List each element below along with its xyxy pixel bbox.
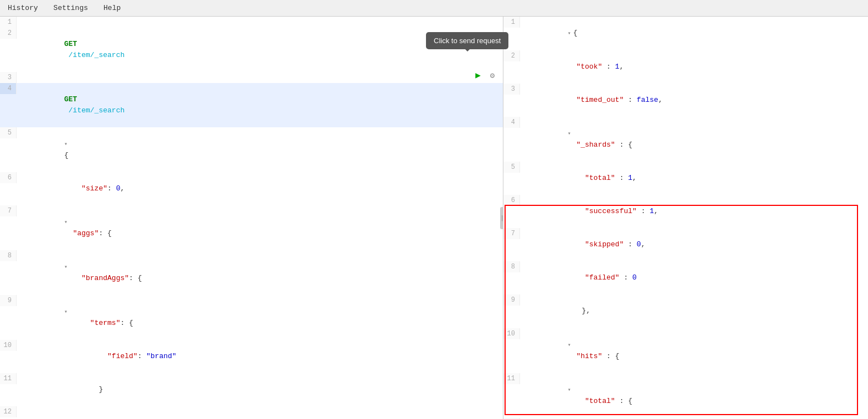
menubar: History Settings Help bbox=[0, 0, 868, 17]
line-content-9: "terms": { bbox=[17, 295, 503, 340]
editor-line-4: 4 GET /item/_search bbox=[0, 83, 503, 127]
resp-line-7: 7 "skipped" : 0, bbox=[503, 228, 868, 261]
resp-content-6: "successful" : 1, bbox=[520, 195, 868, 228]
resp-line-11: 11 "total" : { bbox=[503, 373, 868, 418]
resp-line-2: 2 "took" : 1, bbox=[503, 50, 868, 84]
resp-content-2: "took" : 1, bbox=[520, 50, 868, 84]
line-num-2: 2 bbox=[0, 28, 17, 39]
editor-line-11: 11 } bbox=[0, 373, 503, 406]
line-num-8: 8 bbox=[0, 250, 17, 261]
resp-content-5: "total" : 1, bbox=[520, 162, 868, 195]
resp-num-10: 10 bbox=[503, 328, 520, 339]
tooltip: Click to send request bbox=[426, 32, 508, 49]
line-content-5: { bbox=[17, 127, 503, 172]
line-content-8: "brandAggs": { bbox=[17, 250, 503, 295]
resp-num-3: 3 bbox=[503, 84, 520, 95]
line-content-7: "aggs": { bbox=[17, 205, 503, 250]
resp-num-8: 8 bbox=[503, 261, 520, 272]
resp-line-1: 1 { bbox=[503, 17, 868, 50]
resp-num-4: 4 bbox=[503, 117, 520, 128]
line-content-4: GET /item/_search bbox=[17, 83, 503, 127]
editor-line-7: 7 "aggs": { bbox=[0, 205, 503, 250]
line-num-4: 4 bbox=[0, 83, 17, 94]
resp-content-8: "failed" : 0 bbox=[520, 261, 868, 294]
method-get: GET bbox=[64, 40, 77, 48]
line-content-10: "field": "brand" bbox=[17, 340, 503, 373]
fold-arrow-8[interactable] bbox=[64, 262, 70, 273]
fold-arrow-9[interactable] bbox=[64, 307, 70, 318]
resp-num-7: 7 bbox=[503, 228, 520, 239]
line-num-6: 6 bbox=[0, 172, 17, 183]
resp-num-2: 2 bbox=[503, 50, 520, 61]
right-response-panel[interactable]: 1 { 2 "took" : 1, 3 "timed_out" : false, bbox=[503, 17, 868, 419]
menu-history[interactable]: History bbox=[4, 3, 41, 13]
editor-line-10: 10 "field": "brand" bbox=[0, 340, 503, 373]
editor-line-5: 5 { bbox=[0, 127, 503, 172]
resp-line-3: 3 "timed_out" : false, bbox=[503, 84, 868, 117]
editor-line-6: 6 "size": 0, bbox=[0, 172, 503, 205]
editor-line-1: 1 bbox=[0, 17, 503, 28]
line-content-11: } bbox=[17, 373, 503, 406]
resp-line-4: 4 "_shards" : { bbox=[503, 117, 868, 162]
line-content-12: } bbox=[17, 406, 503, 419]
resp-line-9: 9 }, bbox=[503, 294, 868, 328]
main-layout: 1 2 GET /item/_search 3 4 GET bbox=[0, 17, 868, 419]
line-num-9: 9 bbox=[0, 295, 17, 306]
fold-arrow-5[interactable] bbox=[64, 139, 70, 150]
resp-line-5: 5 "total" : 1, bbox=[503, 162, 868, 195]
fold-resp-1[interactable] bbox=[568, 28, 573, 39]
line-num-12: 12 bbox=[0, 406, 17, 417]
resp-content-7: "skipped" : 0, bbox=[520, 228, 868, 261]
editor-toolbar: ▶ ⚙ bbox=[472, 69, 498, 81]
line-num-11: 11 bbox=[0, 373, 17, 384]
fold-resp-11[interactable] bbox=[568, 385, 573, 396]
resp-num-9: 9 bbox=[503, 294, 520, 306]
fold-resp-10[interactable] bbox=[568, 340, 573, 351]
line-num-7: 7 bbox=[0, 205, 17, 216]
resp-content-10: "hits" : { bbox=[520, 328, 868, 373]
menu-help[interactable]: Help bbox=[100, 3, 124, 13]
resp-content-4: "_shards" : { bbox=[520, 117, 868, 162]
resp-num-11: 11 bbox=[503, 373, 520, 384]
editor-line-8: 8 "brandAggs": { bbox=[0, 250, 503, 295]
editor-line-12: 12 } bbox=[0, 406, 503, 419]
line-content-6: "size": 0, bbox=[17, 172, 503, 205]
resp-num-6: 6 bbox=[503, 195, 520, 206]
fold-resp-4[interactable] bbox=[568, 128, 573, 139]
editor-code-area[interactable]: 1 2 GET /item/_search 3 4 GET bbox=[0, 17, 503, 419]
resp-num-1: 1 bbox=[503, 17, 520, 28]
url-path: /item/_search bbox=[64, 51, 124, 59]
resp-content-3: "timed_out" : false, bbox=[520, 84, 868, 117]
line-num-3: 3 bbox=[0, 72, 17, 83]
settings-button[interactable]: ⚙ bbox=[486, 69, 498, 81]
editor-line-9: 9 "terms": { bbox=[0, 295, 503, 340]
left-editor-panel: 1 2 GET /item/_search 3 4 GET bbox=[0, 17, 503, 419]
resp-content-11: "total" : { bbox=[520, 373, 868, 418]
line-num-5: 5 bbox=[0, 127, 17, 138]
editor-line-3: 3 bbox=[0, 72, 503, 83]
line-num-10: 10 bbox=[0, 340, 17, 351]
send-request-button[interactable]: ▶ bbox=[472, 69, 484, 81]
resp-line-8: 8 "failed" : 0 bbox=[503, 261, 868, 294]
resp-num-5: 5 bbox=[503, 162, 520, 173]
resp-content-9: }, bbox=[520, 294, 868, 328]
resp-line-10: 10 "hits" : { bbox=[503, 328, 868, 373]
fold-arrow-7[interactable] bbox=[64, 217, 70, 228]
resp-content-1: { bbox=[520, 17, 868, 50]
menu-settings[interactable]: Settings bbox=[50, 3, 91, 13]
response-code-area: 1 { 2 "took" : 1, 3 "timed_out" : false, bbox=[503, 17, 868, 419]
resp-line-6: 6 "successful" : 1, bbox=[503, 195, 868, 228]
line-num-1: 1 bbox=[0, 17, 17, 28]
